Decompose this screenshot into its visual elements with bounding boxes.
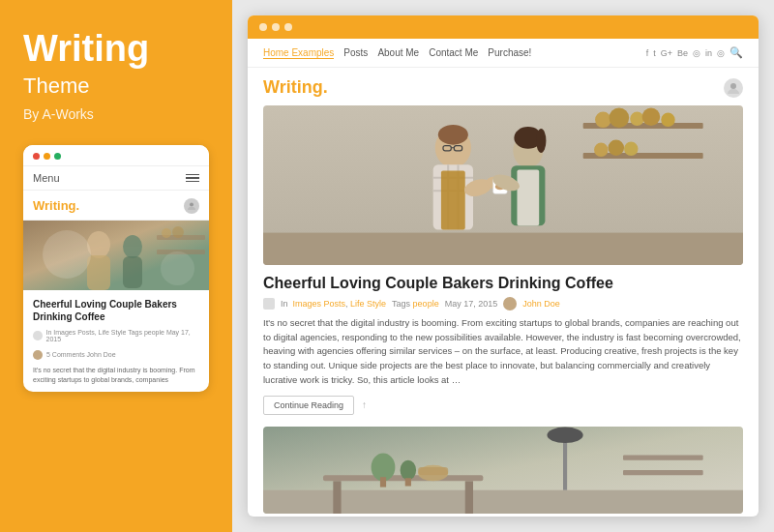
linkedin-icon[interactable]: in: [705, 48, 712, 58]
svg-point-39: [536, 129, 546, 153]
site-navigation: Home Examples Posts About Me Contact Me …: [248, 39, 759, 68]
svg-point-25: [438, 125, 468, 145]
post-excerpt: It's no secret that the digital industry…: [263, 316, 743, 388]
svg-rect-56: [623, 455, 703, 459]
mobile-meta-text: In Images Posts, Life Style Tags people …: [46, 329, 200, 342]
svg-point-5: [123, 235, 142, 258]
site-logo: Writing.: [263, 77, 328, 98]
dot-green: [54, 153, 61, 160]
nav-social-icons: f t G+ Be ◎ in ◎ 🔍: [646, 46, 743, 59]
svg-point-9: [162, 228, 171, 238]
post-category-link-life[interactable]: Life Style: [350, 299, 386, 309]
svg-rect-4: [87, 255, 110, 290]
mobile-author-text: 5 Comments John Doe: [46, 351, 116, 358]
svg-rect-48: [333, 481, 341, 514]
title-text: Writing: [23, 29, 209, 70]
subtitle-text: Theme: [23, 74, 209, 99]
svg-rect-41: [517, 169, 539, 225]
nav-contact[interactable]: Contact Me: [429, 47, 478, 59]
post-category-link-images[interactable]: Images Posts: [293, 299, 346, 309]
right-panel: Home Examples Posts About Me Contact Me …: [232, 0, 774, 532]
featured-post: Cheerful Loving Couple Bakers Drinking C…: [263, 105, 743, 415]
svg-point-11: [730, 83, 736, 89]
svg-rect-49: [465, 481, 473, 514]
svg-point-19: [642, 107, 661, 126]
second-post-image: [263, 427, 743, 514]
author-avatar: [503, 297, 517, 310]
svg-point-55: [547, 427, 582, 443]
browser-chrome: [248, 15, 759, 39]
mobile-preview-card: Menu Writing.: [23, 145, 209, 393]
post-author-link[interactable]: John Doe: [522, 299, 560, 309]
dot-red: [33, 153, 40, 160]
behance-icon[interactable]: Be: [677, 48, 688, 58]
googleplus-icon[interactable]: G+: [661, 48, 672, 58]
mobile-hero-image: [23, 221, 209, 290]
svg-point-23: [624, 142, 638, 156]
svg-point-16: [595, 112, 611, 129]
post-category: In Images Posts, Life Style: [281, 299, 386, 309]
site-header: Writing.: [248, 68, 759, 105]
browser-dot-red: [259, 23, 267, 31]
mobile-excerpt: It's no secret that the digital industry…: [23, 366, 209, 393]
mobile-meta-icon: [33, 331, 43, 340]
mobile-logo: Writing.: [33, 198, 79, 213]
nav-posts[interactable]: Posts: [343, 47, 368, 59]
mobile-comment-icon: [33, 350, 43, 360]
svg-point-10: [172, 226, 184, 238]
svg-rect-53: [405, 478, 411, 486]
svg-rect-59: [418, 466, 448, 474]
by-text: By A-Works: [23, 106, 209, 122]
post-date: May 17, 2015: [445, 299, 498, 309]
mobile-top-bar: [23, 145, 209, 166]
svg-rect-34: [441, 171, 465, 230]
mobile-user-icon[interactable]: [184, 198, 199, 214]
user-icon[interactable]: [724, 78, 743, 98]
svg-point-50: [372, 453, 396, 481]
nav-about[interactable]: About Me: [377, 47, 419, 59]
svg-rect-57: [623, 470, 703, 475]
continue-reading-button[interactable]: Continue Reading: [263, 396, 354, 415]
svg-point-17: [610, 107, 630, 128]
svg-point-18: [630, 112, 643, 126]
nav-links: Home Examples Posts About Me Contact Me …: [263, 47, 531, 59]
share-button[interactable]: ↑: [362, 399, 367, 410]
site-main: Cheerful Loving Couple Bakers Drinking C…: [248, 105, 759, 517]
search-icon[interactable]: 🔍: [729, 46, 743, 59]
post-category-icon: [263, 298, 275, 310]
theme-title: Writing Theme By A-Works: [23, 29, 209, 122]
svg-point-52: [401, 459, 417, 480]
mobile-menu-label: Menu: [33, 172, 60, 184]
svg-rect-51: [380, 477, 386, 487]
featured-post-image: [263, 105, 743, 265]
dot-yellow: [44, 153, 50, 160]
browser-dot-green: [284, 23, 292, 31]
svg-point-22: [609, 139, 625, 156]
twitter-icon[interactable]: t: [653, 48, 656, 58]
nav-home[interactable]: Home Examples: [263, 47, 334, 59]
browser-window: Home Examples Posts About Me Contact Me …: [248, 15, 759, 517]
nav-purchase[interactable]: Purchase!: [488, 47, 531, 59]
post-actions: Continue Reading ↑: [263, 396, 743, 415]
post-tag-people[interactable]: people: [413, 299, 439, 309]
svg-point-0: [190, 202, 194, 206]
svg-rect-6: [123, 256, 142, 288]
post-tags: Tags people: [392, 299, 439, 309]
mobile-menu-bar: Menu: [23, 166, 209, 191]
post-meta-row: In Images Posts, Life Style Tags people …: [263, 297, 743, 310]
instagram-icon[interactable]: ◎: [693, 48, 700, 58]
hamburger-icon[interactable]: [186, 174, 199, 183]
svg-rect-54: [563, 434, 567, 489]
mobile-post-author: 5 Comments John Doe: [23, 348, 209, 366]
browser-content: Home Examples Posts About Me Contact Me …: [248, 39, 759, 517]
svg-point-3: [87, 231, 110, 258]
left-panel: Writing Theme By A-Works Menu Writing.: [0, 0, 232, 532]
mobile-writing-header: Writing.: [23, 191, 209, 221]
svg-point-21: [594, 143, 608, 157]
facebook-icon[interactable]: f: [646, 48, 649, 58]
browser-dot-yellow: [272, 23, 280, 31]
mobile-post-meta: In Images Posts, Life Style Tags people …: [23, 327, 209, 348]
rss-icon[interactable]: ◎: [717, 48, 725, 58]
svg-rect-8: [157, 250, 205, 254]
svg-rect-13: [263, 233, 743, 265]
